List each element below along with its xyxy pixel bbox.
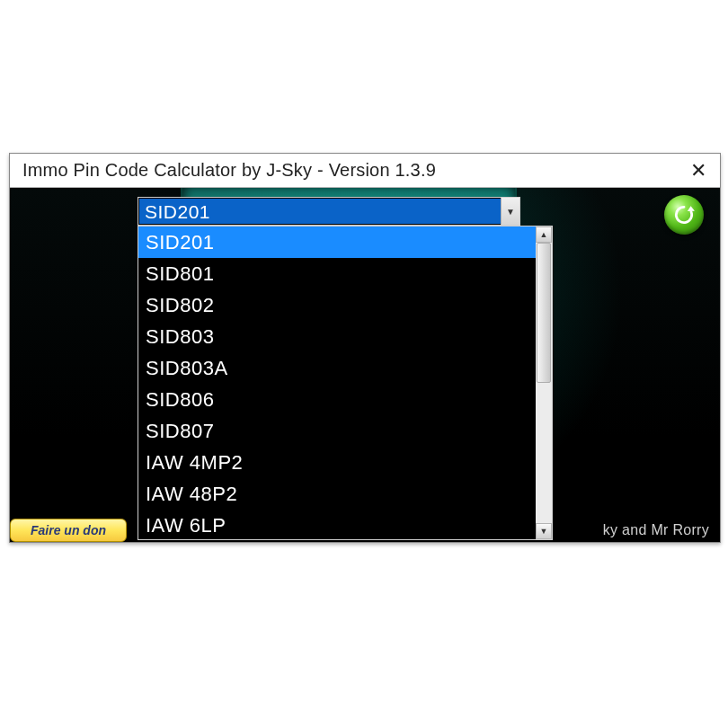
ecu-type-combobox[interactable]: SID201 ▼	[138, 197, 520, 226]
combobox-arrow[interactable]: ▼	[501, 198, 519, 225]
dropdown-option[interactable]: IAW 48P2	[138, 478, 536, 510]
ecu-type-dropdown-list: SID201SID801SID802SID803SID803ASID806SID…	[138, 226, 553, 540]
scrollbar-thumb[interactable]	[537, 243, 551, 383]
dropdown-option[interactable]: SID807	[138, 415, 536, 447]
scrollbar-up-button[interactable]: ▲	[536, 226, 552, 243]
close-button[interactable]: ✕	[677, 154, 720, 187]
titlebar: Immo Pin Code Calculator by J-Sky - Vers…	[10, 154, 720, 188]
dropdown-option[interactable]: SID801	[138, 258, 536, 289]
dropdown-option[interactable]: IAW 6LP	[138, 510, 536, 541]
chevron-down-icon: ▼	[540, 527, 548, 536]
scrollbar-down-button[interactable]: ▼	[536, 523, 552, 539]
chevron-up-icon: ▲	[540, 230, 548, 239]
dropdown-option[interactable]: SID803A	[138, 352, 536, 384]
dropdown-option[interactable]: SID806	[138, 384, 536, 415]
window-title: Immo Pin Code Calculator by J-Sky - Vers…	[10, 160, 677, 181]
dropdown-scrollbar[interactable]: ▲ ▼	[536, 226, 552, 539]
svg-marker-0	[688, 206, 695, 211]
dropdown-option[interactable]: SID802	[138, 289, 536, 321]
combobox-selected-value: SID201	[138, 198, 501, 225]
option-list: SID201SID801SID802SID803SID803ASID806SID…	[138, 226, 536, 539]
donate-label: Faire un don	[31, 523, 106, 537]
credits-text: ky and Mr Rorry	[603, 522, 709, 538]
scrollbar-track[interactable]	[536, 243, 552, 523]
chevron-down-icon: ▼	[506, 207, 515, 217]
refresh-button[interactable]	[664, 195, 704, 235]
donate-button[interactable]: Faire un don	[10, 519, 127, 542]
dropdown-option[interactable]: SID201	[138, 226, 536, 258]
close-icon: ✕	[690, 159, 706, 182]
app-window: Immo Pin Code Calculator by J-Sky - Vers…	[9, 153, 721, 543]
dropdown-option[interactable]: SID803	[138, 321, 536, 352]
client-area: SID201 ▼ SID201SID801SID802SID803SID803A…	[10, 188, 720, 542]
dropdown-option[interactable]: IAW 4MP2	[138, 447, 536, 478]
refresh-icon	[672, 203, 696, 226]
